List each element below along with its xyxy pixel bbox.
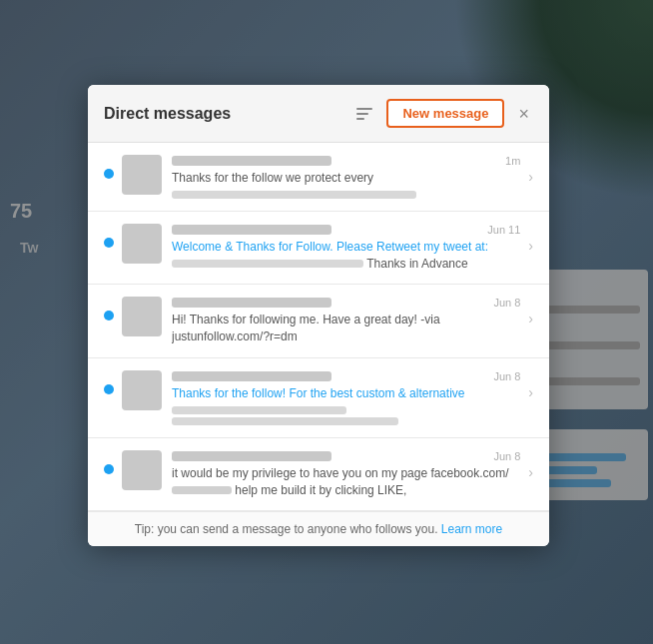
message-item[interactable]: Jun 11 Welcome & Thanks for Follow. Plea… [88, 212, 549, 286]
message-text: it would be my privilege to have you on … [172, 465, 520, 499]
unread-indicator [104, 384, 114, 394]
new-message-button[interactable]: New message [386, 99, 504, 128]
sender-name [172, 451, 331, 461]
message-time: Jun 11 [487, 224, 520, 236]
blurred-content-2 [172, 417, 398, 425]
unread-indicator [104, 169, 114, 179]
chevron-right-icon: › [528, 384, 533, 400]
chevron-right-icon: › [528, 464, 533, 480]
sender-name [172, 156, 331, 166]
message-content: Jun 8 it would be my privilege to have y… [172, 450, 520, 499]
chevron-right-icon: › [528, 169, 533, 185]
message-top-row: 1m [172, 155, 520, 167]
svg-rect-0 [356, 108, 372, 110]
unread-indicator [104, 238, 114, 248]
filter-icon [356, 108, 372, 120]
message-item[interactable]: Jun 8 it would be my privilege to have y… [88, 438, 549, 512]
modal-header-actions: New message × [352, 99, 533, 128]
message-content: Jun 8 Hi! Thanks for following me. Have … [172, 297, 520, 345]
unread-indicator [104, 464, 114, 474]
close-button[interactable]: × [514, 103, 533, 125]
message-top-row: Jun 8 [172, 370, 520, 382]
sender-name [172, 225, 331, 235]
message-text: Hi! Thanks for following me. Have a grea… [172, 312, 520, 345]
message-top-row: Jun 8 [172, 297, 520, 309]
modal-header: Direct messages New message × [88, 85, 549, 143]
blurred-content [172, 191, 416, 199]
filter-button[interactable] [352, 104, 376, 124]
message-item[interactable]: 1m Thanks for the follow we protect ever… [88, 143, 549, 212]
message-text: Thanks for the follow we protect every [172, 170, 520, 199]
avatar [122, 297, 162, 336]
message-content: 1m Thanks for the follow we protect ever… [172, 155, 520, 199]
learn-more-link[interactable]: Learn more [441, 522, 502, 536]
modal-footer: Tip: you can send a message to anyone wh… [88, 511, 549, 546]
avatar [122, 370, 162, 410]
message-content: Jun 8 Thanks for the follow! For the bes… [172, 370, 520, 425]
message-top-row: Jun 11 [172, 224, 520, 236]
message-highlight: Welcome & Thanks for Follow. Please Retw… [172, 240, 488, 254]
message-time: Jun 8 [493, 450, 520, 462]
sender-name [172, 371, 331, 381]
svg-rect-1 [356, 113, 368, 115]
unread-indicator [104, 311, 114, 321]
blurred-link [172, 260, 363, 268]
modal-title: Direct messages [104, 105, 231, 123]
message-item[interactable]: Jun 8 Thanks for the follow! For the bes… [88, 358, 549, 438]
footer-tip-text: Tip: you can send a message to anyone wh… [135, 522, 438, 536]
message-text: Thanks for the follow! For the best cust… [172, 385, 520, 425]
message-time: 1m [505, 155, 520, 167]
svg-rect-2 [356, 118, 364, 120]
avatar [122, 155, 162, 195]
blurred-content [172, 406, 346, 414]
message-content: Jun 11 Welcome & Thanks for Follow. Plea… [172, 224, 520, 273]
message-time: Jun 8 [493, 370, 520, 382]
chevron-right-icon: › [528, 311, 533, 326]
message-suffix: Thanks in Advance [366, 257, 467, 271]
direct-messages-modal: Direct messages New message × 1m [88, 85, 549, 546]
message-top-row: Jun 8 [172, 450, 520, 462]
message-text: Welcome & Thanks for Follow. Please Retw… [172, 239, 520, 273]
avatar [122, 224, 162, 264]
chevron-right-icon: › [528, 238, 533, 254]
avatar [122, 450, 162, 490]
messages-list: 1m Thanks for the follow we protect ever… [88, 143, 549, 511]
message-item[interactable]: Jun 8 Hi! Thanks for following me. Have … [88, 285, 549, 358]
blurred-inline [172, 486, 232, 494]
sender-name [172, 298, 331, 308]
message-time: Jun 8 [493, 297, 520, 309]
message-highlight: Thanks for the follow! For the best cust… [172, 386, 464, 400]
